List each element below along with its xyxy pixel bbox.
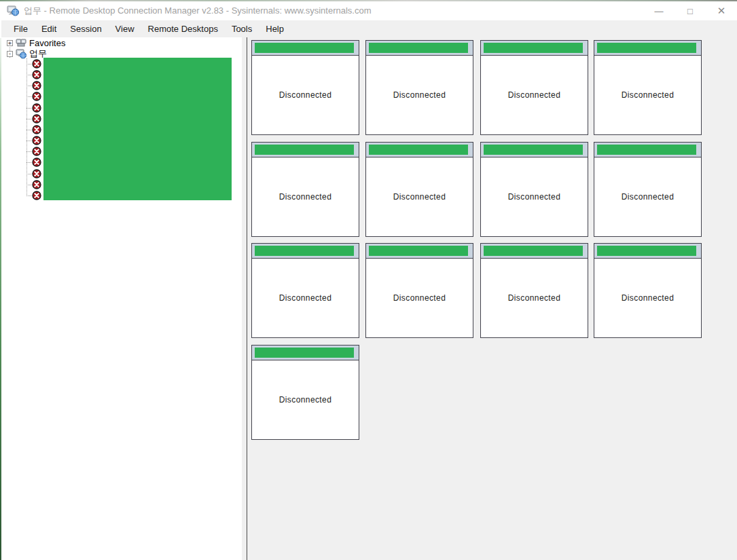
menubar: FileEditSessionViewRemote DesktopsToolsH… [1,20,737,37]
tree-connector [26,64,32,64]
redacted-server-title [369,145,468,155]
connection-status-label: Disconnected [393,192,446,202]
redacted-server-title [255,145,354,155]
server-thumbnail[interactable]: Disconnected [251,40,359,135]
server-thumbnail[interactable]: Disconnected [594,40,702,135]
tree-connector [26,130,32,130]
thumbnail-titlebar [252,244,359,259]
favorites-group-icon [16,38,26,48]
thumbnail-body: Disconnected [252,360,359,439]
thumbnail-body: Disconnected [481,157,588,236]
disconnected-x-icon [32,180,41,189]
tree-connector [26,119,32,119]
maximize-button[interactable]: □ [675,1,706,20]
server-thumbnail[interactable]: Disconnected [480,243,588,338]
tree-connector [26,86,32,86]
disconnected-x-icon [32,157,41,167]
collapse-icon[interactable]: - [7,51,13,57]
thumbnail-body: Disconnected [366,157,473,236]
tree-connector [26,185,32,185]
menu-session[interactable]: Session [63,22,108,36]
connection-status-label: Disconnected [508,293,561,303]
menu-file[interactable]: File [7,22,35,36]
thumbnail-body: Disconnected [594,157,701,236]
window-title: 업무 - Remote Desktop Connection Manager v… [24,5,372,17]
tree-item-group[interactable]: - 업무 [7,48,47,59]
disconnected-x-icon [32,70,41,79]
disconnected-x-icon [32,191,41,200]
menu-view[interactable]: View [109,22,141,36]
connection-status-label: Disconnected [279,90,332,100]
thumbnail-titlebar [366,143,473,157]
disconnected-x-icon [32,103,41,113]
minimize-button[interactable]: — [643,1,675,20]
server-thumbnail[interactable]: Disconnected [251,345,359,440]
redacted-server-title [255,246,354,256]
tree-connector [26,162,32,163]
redacted-server-title [597,246,696,256]
server-thumbnail[interactable]: Disconnected [480,40,588,135]
connection-status-label: Disconnected [279,293,332,303]
redacted-server-title [484,43,583,53]
connection-status-label: Disconnected [622,90,675,100]
server-thumbnail[interactable]: Disconnected [251,142,359,237]
connection-status-label: Disconnected [393,90,446,100]
thumbnail-titlebar [594,244,701,259]
menu-tools[interactable]: Tools [225,22,259,36]
window-controls: — □ ✕ [643,1,737,20]
redacted-server-title [369,246,468,256]
connection-status-label: Disconnected [279,395,332,405]
disconnected-x-icon [32,59,41,69]
disconnected-x-icon [32,147,41,156]
thumbnail-titlebar [252,346,359,360]
redacted-server-title [597,43,696,53]
thumbnail-titlebar [366,41,473,56]
redacted-server-title [255,43,354,53]
tree-connector [26,174,32,174]
connection-status-label: Disconnected [622,192,675,202]
redacted-server-names [43,58,232,200]
app-icon [7,5,19,16]
menu-remote-desktops[interactable]: Remote Desktops [141,22,225,36]
tree-connector [26,108,32,109]
menu-help[interactable]: Help [259,22,291,36]
server-group-icon [16,49,26,59]
tree-item-favorites[interactable]: + Favorites [7,37,65,48]
thumbnail-body: Disconnected [366,56,473,134]
redacted-server-title [484,246,583,256]
server-thumbnail[interactable]: Disconnected [480,142,588,237]
thumbnail-titlebar [481,41,588,56]
server-tree-panel: + Favorites - [1,37,242,560]
server-thumbnail[interactable]: Disconnected [365,243,473,338]
thumbnail-body: Disconnected [366,259,473,337]
thumbnail-body: Disconnected [252,157,359,236]
tree-connector [26,96,32,97]
tree-connector [26,58,27,196]
server-thumbnail[interactable]: Disconnected [594,142,702,237]
thumbnail-titlebar [252,143,359,157]
expand-icon[interactable]: + [7,40,13,46]
server-thumbnail[interactable]: Disconnected [251,243,359,338]
thumbnail-titlebar [594,41,701,56]
redacted-server-title [255,348,354,358]
server-thumbnail[interactable]: Disconnected [365,142,473,237]
titlebar: 업무 - Remote Desktop Connection Manager v… [1,1,737,20]
tree-connector [26,195,32,196]
server-thumbnail[interactable]: Disconnected [594,243,702,338]
thumbnail-titlebar [594,143,701,157]
menu-edit[interactable]: Edit [35,22,63,36]
redacted-server-title [597,145,696,155]
content-area: + Favorites - [0,37,737,560]
close-button[interactable]: ✕ [706,1,737,20]
server-thumbnail[interactable]: Disconnected [365,40,473,135]
disconnected-x-icon [32,81,41,90]
connection-status-label: Disconnected [393,293,446,303]
splitter[interactable] [242,37,247,560]
disconnected-x-icon [32,114,41,124]
thumbnail-body: Disconnected [594,56,701,134]
rdcman-window: 업무 - Remote Desktop Connection Manager v… [0,0,737,560]
disconnected-x-icon [32,136,41,145]
thumbnail-titlebar [481,143,588,157]
connection-status-label: Disconnected [279,192,332,202]
thumbnail-body: Disconnected [481,259,588,337]
